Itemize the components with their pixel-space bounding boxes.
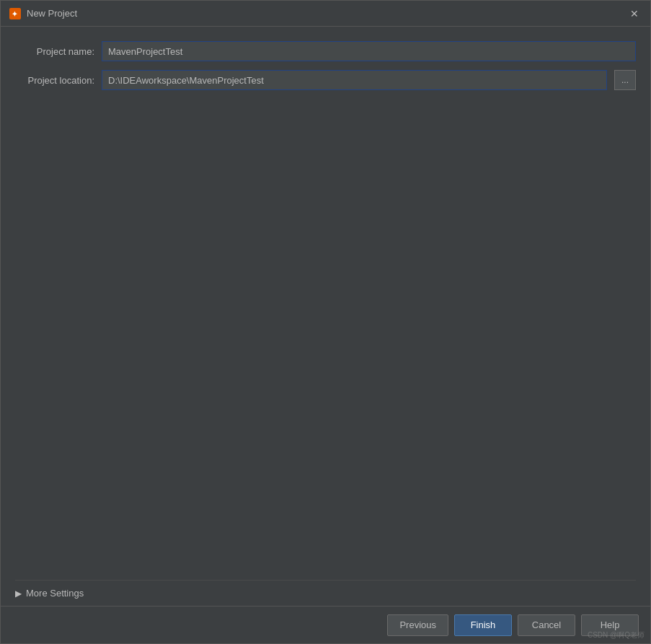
cancel-button[interactable]: Cancel	[518, 614, 575, 636]
close-button[interactable]: ✕	[627, 6, 642, 21]
content-spacer	[15, 99, 636, 571]
new-project-dialog: ✦ New Project ✕ Project name: Project lo…	[0, 0, 651, 644]
project-location-input[interactable]	[102, 70, 607, 90]
more-settings-label: More Settings	[26, 588, 84, 599]
dialog-footer: Previous Finish Cancel Help	[1, 606, 650, 643]
project-name-row: Project name:	[15, 41, 636, 61]
more-settings-arrow-icon: ▶	[15, 588, 22, 599]
finish-button[interactable]: Finish	[454, 614, 512, 636]
project-location-row: Project location: ...	[15, 70, 636, 90]
browse-button[interactable]: ...	[614, 70, 636, 90]
previous-button[interactable]: Previous	[387, 614, 448, 636]
dialog-content: Project name: Project location: ... ▶ Mo…	[1, 27, 650, 606]
project-location-label: Project location:	[15, 75, 94, 86]
project-name-label: Project name:	[15, 46, 94, 57]
watermark: CSDN @啊Q老师	[588, 630, 645, 640]
svg-text:✦: ✦	[12, 10, 18, 18]
dialog-icon: ✦	[9, 8, 21, 19]
title-bar-left: ✦ New Project	[9, 8, 77, 19]
title-bar: ✦ New Project ✕	[1, 1, 650, 27]
more-settings-section[interactable]: ▶ More Settings	[15, 580, 636, 606]
project-name-input[interactable]	[102, 41, 636, 61]
dialog-title: New Project	[27, 8, 77, 19]
